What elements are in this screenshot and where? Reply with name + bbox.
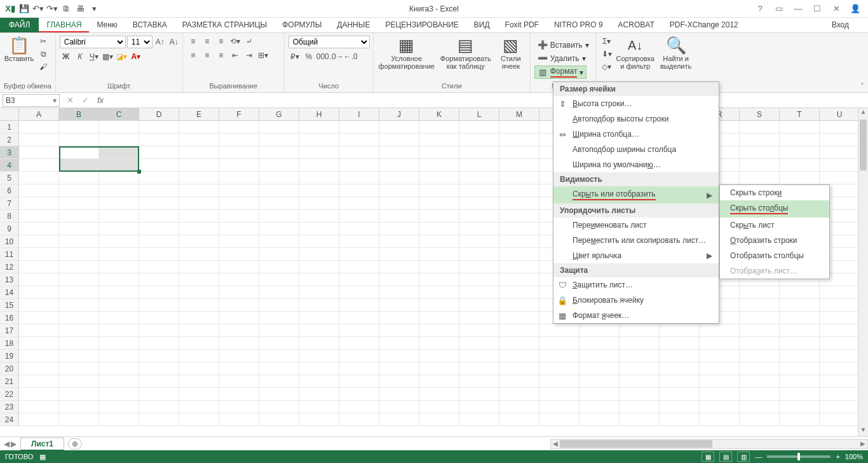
cell[interactable] bbox=[19, 273, 59, 286]
cell[interactable] bbox=[459, 299, 499, 312]
cell[interactable] bbox=[459, 223, 499, 235]
submenu-hide-rows[interactable]: Скрыть строки bbox=[720, 185, 829, 200]
cell[interactable] bbox=[379, 286, 419, 299]
name-box[interactable]: B3▾ bbox=[3, 94, 60, 107]
cell[interactable] bbox=[459, 363, 499, 375]
cell[interactable] bbox=[219, 413, 259, 426]
cell[interactable] bbox=[179, 299, 219, 312]
cell[interactable] bbox=[419, 261, 459, 273]
cell[interactable] bbox=[740, 350, 780, 363]
cell[interactable] bbox=[459, 146, 499, 159]
cell[interactable] bbox=[499, 375, 539, 388]
cell[interactable] bbox=[580, 401, 620, 413]
cell[interactable] bbox=[379, 312, 419, 324]
cell[interactable] bbox=[99, 286, 139, 299]
cell[interactable] bbox=[539, 413, 580, 426]
cell[interactable] bbox=[820, 312, 860, 324]
cell[interactable] bbox=[259, 223, 299, 235]
cell[interactable] bbox=[219, 248, 259, 261]
cell[interactable] bbox=[139, 286, 179, 299]
align-left-icon[interactable]: ≡ bbox=[187, 50, 200, 61]
increase-decimal-icon[interactable]: .0→ bbox=[330, 51, 343, 62]
cell[interactable] bbox=[219, 146, 259, 159]
cell[interactable] bbox=[139, 121, 179, 134]
menu-default-width[interactable]: Ширина по умолчанию… bbox=[553, 157, 719, 172]
tab-insert[interactable]: ВСТАВКА bbox=[125, 18, 175, 32]
cell[interactable] bbox=[299, 324, 339, 337]
redo-icon[interactable]: ↷▾ bbox=[46, 3, 58, 15]
cell[interactable] bbox=[259, 350, 299, 363]
cell[interactable] bbox=[459, 134, 499, 146]
cell[interactable] bbox=[99, 146, 139, 159]
cell[interactable] bbox=[379, 401, 419, 413]
cell[interactable] bbox=[780, 375, 820, 388]
cell[interactable] bbox=[379, 235, 419, 248]
cell[interactable] bbox=[179, 248, 219, 261]
cut-icon[interactable]: ✂ bbox=[37, 36, 50, 47]
cell[interactable] bbox=[379, 299, 419, 312]
cell[interactable] bbox=[499, 401, 539, 413]
cell[interactable] bbox=[59, 184, 99, 197]
cell[interactable] bbox=[740, 172, 780, 184]
cell[interactable] bbox=[459, 350, 499, 363]
italic-button[interactable]: К bbox=[74, 51, 86, 62]
cell[interactable] bbox=[259, 121, 299, 134]
cell[interactable] bbox=[700, 337, 740, 350]
cell[interactable] bbox=[339, 223, 379, 235]
cell[interactable] bbox=[139, 261, 179, 273]
cell[interactable] bbox=[339, 401, 379, 413]
cell[interactable] bbox=[139, 159, 179, 172]
cell[interactable] bbox=[499, 312, 539, 324]
copy-icon[interactable]: ⧉ bbox=[37, 48, 50, 60]
zoom-in-icon[interactable]: + bbox=[836, 453, 839, 460]
cell[interactable] bbox=[339, 172, 379, 184]
help-icon[interactable]: ? bbox=[752, 3, 768, 15]
cell[interactable] bbox=[339, 413, 379, 426]
tab-acrobat[interactable]: ACROBAT bbox=[611, 18, 662, 32]
cell[interactable] bbox=[419, 223, 459, 235]
cell[interactable] bbox=[19, 299, 59, 312]
row-header[interactable]: 6 bbox=[0, 184, 19, 197]
cell[interactable] bbox=[820, 134, 860, 146]
row-header[interactable]: 16 bbox=[0, 312, 19, 324]
cell[interactable] bbox=[499, 121, 539, 134]
column-header[interactable]: L bbox=[459, 108, 499, 120]
cell[interactable] bbox=[339, 299, 379, 312]
column-header[interactable]: B bbox=[59, 108, 99, 120]
cell[interactable] bbox=[499, 172, 539, 184]
menu-col-width[interactable]: ⇔Ширина столбца… bbox=[553, 127, 719, 142]
cell[interactable] bbox=[299, 223, 339, 235]
cell[interactable] bbox=[19, 363, 59, 375]
cell[interactable] bbox=[419, 159, 459, 172]
paste-button[interactable]: 📋 Вставить bbox=[4, 36, 34, 62]
column-header[interactable]: M bbox=[499, 108, 539, 120]
cell[interactable] bbox=[539, 350, 580, 363]
cell[interactable] bbox=[219, 235, 259, 248]
cell[interactable] bbox=[139, 337, 179, 350]
cell[interactable] bbox=[99, 324, 139, 337]
merge-cells-icon[interactable]: ⊞▾ bbox=[257, 50, 269, 61]
align-right-icon[interactable]: ≡ bbox=[215, 50, 227, 61]
cell[interactable] bbox=[780, 121, 820, 134]
cell[interactable] bbox=[740, 146, 780, 159]
cell[interactable] bbox=[99, 248, 139, 261]
cell[interactable] bbox=[99, 184, 139, 197]
cell[interactable] bbox=[339, 324, 379, 337]
column-header[interactable]: C bbox=[99, 108, 139, 120]
cell[interactable] bbox=[820, 172, 860, 184]
cell[interactable] bbox=[700, 324, 740, 337]
cell[interactable] bbox=[179, 388, 219, 401]
column-header[interactable]: F bbox=[219, 108, 259, 120]
cell[interactable] bbox=[179, 184, 219, 197]
cell[interactable] bbox=[219, 312, 259, 324]
cell[interactable] bbox=[700, 350, 740, 363]
cell[interactable] bbox=[299, 210, 339, 223]
cell[interactable] bbox=[219, 172, 259, 184]
cell[interactable] bbox=[499, 146, 539, 159]
cell[interactable] bbox=[820, 324, 860, 337]
cell[interactable] bbox=[780, 299, 820, 312]
cell[interactable] bbox=[259, 324, 299, 337]
cell[interactable] bbox=[339, 210, 379, 223]
cell[interactable] bbox=[379, 134, 419, 146]
cell[interactable] bbox=[740, 401, 780, 413]
